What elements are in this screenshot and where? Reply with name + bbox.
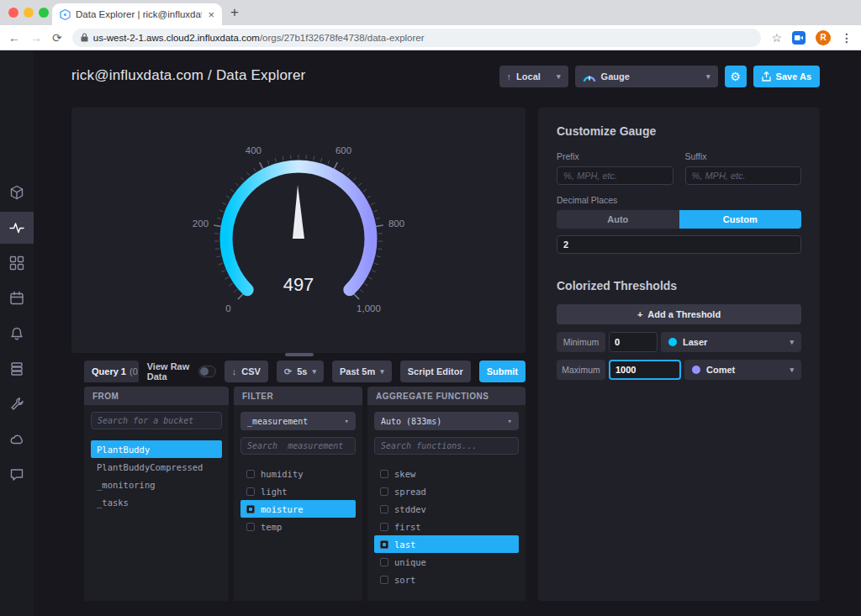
checkbox[interactable]: [246, 505, 255, 513]
color-swatch: [692, 366, 700, 374]
arrow-up-icon: ↑: [507, 71, 512, 82]
minimum-label: Minimum: [557, 332, 605, 352]
reload-icon[interactable]: ⟳: [52, 32, 62, 44]
extension-icon[interactable]: [792, 31, 806, 45]
sidebar-item-tasks[interactable]: [0, 282, 34, 314]
sidebar-item-data-explorer[interactable]: [0, 212, 34, 244]
minimum-color-dropdown[interactable]: Laser ▾: [661, 332, 801, 352]
browser-tab[interactable]: Data Explorer | rick@influxdata ×: [52, 3, 222, 25]
checkbox[interactable]: [246, 523, 255, 531]
sidebar-item-docs[interactable]: [0, 353, 34, 385]
timezone-dropdown[interactable]: ↑ Local ▾: [499, 66, 568, 87]
prefix-input[interactable]: [557, 166, 673, 185]
minimum-value-input[interactable]: [609, 332, 658, 352]
function-list-item[interactable]: last: [374, 535, 519, 553]
time-range-dropdown[interactable]: Past 5m ▾: [332, 361, 392, 382]
submit-button[interactable]: Submit: [479, 361, 526, 382]
bucket-name: _tasks: [97, 498, 129, 508]
function-list-item[interactable]: spread: [374, 482, 519, 500]
settings-gear-button[interactable]: ⚙: [725, 66, 747, 87]
timezone-dropdown-label: Local: [516, 71, 541, 82]
window-minimize-button[interactable]: [24, 8, 34, 18]
function-search-input[interactable]: [374, 437, 519, 455]
bucket-list-item[interactable]: PlantBuddy: [91, 440, 222, 458]
function-list-item[interactable]: first: [374, 518, 519, 535]
app-sidebar: [0, 50, 34, 616]
maximum-value-input[interactable]: [609, 360, 681, 380]
function-name: sort: [394, 575, 415, 585]
bucket-name: PlantBuddy: [97, 445, 150, 455]
sidebar-item-load-data[interactable]: [0, 176, 34, 208]
bucket-list-item[interactable]: _tasks: [91, 493, 222, 511]
bookmark-star-icon[interactable]: ☆: [771, 32, 782, 44]
query-tab[interactable]: Query 1 (0.1: [84, 361, 139, 382]
query-builder: FROM PlantBuddy PlantBuddyCompressed _mo…: [84, 387, 526, 601]
checkbox[interactable]: [380, 487, 388, 496]
profile-avatar[interactable]: R: [816, 30, 831, 45]
bucket-list-item[interactable]: PlantBuddyCompressed: [91, 458, 222, 476]
add-threshold-button[interactable]: + Add a Threshold: [557, 304, 801, 324]
sidebar-item-feedback[interactable]: [0, 459, 34, 491]
customize-gauge-panel: Customize Gauge Prefix Suffix Decimal Pl…: [538, 108, 820, 601]
checkbox[interactable]: [380, 523, 388, 531]
new-tab-button[interactable]: +: [230, 3, 239, 22]
aggregate-body: Auto (833ms) ▾ skew spread: [367, 405, 526, 601]
filter-key-label: _measurement: [247, 417, 308, 426]
csv-download-button[interactable]: ↓ CSV: [224, 361, 268, 382]
filter-list-item[interactable]: light: [240, 482, 356, 500]
browser-menu-icon[interactable]: ⋮: [841, 32, 853, 44]
suffix-input[interactable]: [685, 166, 802, 185]
gauge-visualization: 02004006008001,000497: [114, 108, 483, 352]
bucket-search-input[interactable]: [91, 412, 222, 429]
sidebar-item-cloud[interactable]: [0, 424, 34, 455]
filter-list-item[interactable]: moisture: [240, 500, 356, 518]
camera-glyph: [794, 33, 804, 43]
auto-refresh-dropdown[interactable]: ⟳ 5s ▾: [277, 361, 324, 382]
checkbox[interactable]: [380, 558, 388, 566]
filter-list-item[interactable]: humidity: [240, 465, 356, 482]
checkbox[interactable]: [380, 576, 388, 584]
sidebar-item-dashboards[interactable]: [0, 247, 34, 279]
filter-key-dropdown[interactable]: _measurement ▾: [240, 412, 356, 430]
maximum-color-dropdown[interactable]: Comet ▾: [684, 360, 801, 380]
checkbox[interactable]: [246, 470, 255, 478]
gauge-icon: [583, 72, 596, 82]
bucket-list-item[interactable]: _monitoring: [91, 476, 222, 493]
checkbox[interactable]: [380, 470, 388, 478]
panel-resize-handle[interactable]: [285, 353, 314, 356]
checkbox[interactable]: [380, 505, 388, 513]
raw-data-toggle[interactable]: [198, 366, 215, 377]
filter-body: _measurement ▾ humidity light: [234, 405, 362, 601]
window-period-dropdown[interactable]: Auto (833ms) ▾: [374, 412, 519, 430]
function-list-item[interactable]: unique: [374, 553, 519, 571]
csv-label: CSV: [241, 366, 261, 376]
save-as-button[interactable]: Save As: [753, 66, 820, 87]
decimal-custom-option[interactable]: Custom: [679, 210, 802, 229]
checkbox[interactable]: [246, 487, 255, 496]
sidebar-item-alerts[interactable]: [0, 318, 34, 350]
chat-bubble-icon: [9, 467, 24, 482]
gear-icon: ⚙: [730, 70, 741, 83]
sidebar-item-settings[interactable]: [0, 388, 34, 420]
tab-close-icon[interactable]: ×: [208, 8, 214, 21]
chevron-down-icon: ▾: [508, 417, 512, 425]
url-bar[interactable]: us-west-2-1.aws.cloud2.influxdata.com/or…: [72, 29, 762, 47]
checkbox[interactable]: [380, 540, 388, 549]
decimal-auto-option[interactable]: Auto: [557, 210, 679, 229]
window-close-button[interactable]: [8, 8, 18, 18]
window-zoom-button[interactable]: [39, 8, 49, 18]
function-list-item[interactable]: skew: [374, 465, 519, 482]
filter-list-item[interactable]: temp: [240, 518, 356, 535]
function-list-item[interactable]: sort: [374, 571, 519, 588]
decimal-places-input[interactable]: [557, 235, 801, 254]
filter-search-input[interactable]: [240, 437, 356, 455]
function-name: last: [394, 540, 415, 550]
back-icon[interactable]: ←: [8, 32, 20, 44]
save-as-label: Save As: [776, 71, 811, 82]
suffix-label: Suffix: [685, 151, 802, 161]
page-title: rick@influxdata.com / Data Explorer: [71, 67, 305, 84]
script-editor-button[interactable]: Script Editor: [400, 361, 471, 382]
function-list-item[interactable]: stddev: [374, 500, 519, 518]
export-icon: [762, 71, 771, 82]
visualization-type-dropdown[interactable]: Gauge ▾: [575, 66, 718, 87]
